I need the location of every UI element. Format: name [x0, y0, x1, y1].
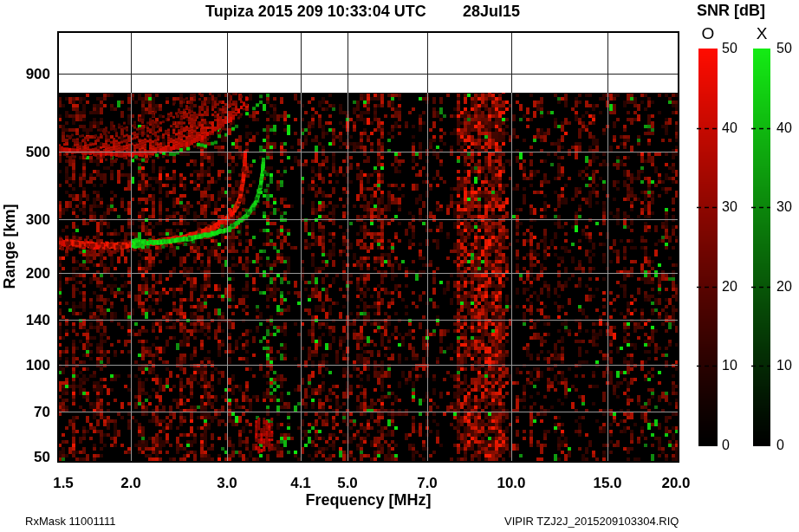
y-tick-label-200: 200 — [16, 265, 50, 282]
x-tick-label-10.0: 10.0 — [492, 475, 530, 492]
y-axis-label: Range [km] — [1, 211, 19, 289]
colorbar-x-tick-20: 20 — [776, 279, 799, 295]
x-tick-label-20.0: 20.0 — [657, 475, 695, 492]
colorbar-o-tick-0: 0 — [722, 438, 751, 453]
y-tick-label-70: 70 — [16, 404, 50, 421]
y-tick-label-140: 140 — [16, 312, 50, 329]
colorbar-o-mode-label: O — [698, 24, 718, 43]
colorbar-o-tick-40: 40 — [722, 120, 751, 136]
colorbar-x-tick-0: 0 — [776, 438, 799, 453]
colorbar-x-tick-50: 50 — [776, 41, 799, 56]
x-tick-label-15.0: 15.0 — [588, 475, 627, 492]
colorbar-o-tick-30: 30 — [722, 199, 751, 215]
y-tick-label-900: 900 — [16, 66, 50, 83]
colorbar-x-tick-10: 10 — [776, 358, 799, 373]
colorbar-o-tick-10: 10 — [722, 358, 751, 373]
x-tick-label-5.0: 5.0 — [328, 475, 367, 492]
x-tick-label-2.0: 2.0 — [112, 475, 150, 492]
ionogram-canvas — [0, 0, 799, 532]
colorbar-x-tick-40: 40 — [776, 120, 799, 136]
plot-title: Tupiza 2015 209 10:33:04 UTC — [205, 3, 426, 21]
colorbar-x-tick-30: 30 — [776, 199, 799, 215]
y-tick-label-500: 500 — [16, 144, 50, 161]
x-tick-label-3.0: 3.0 — [208, 475, 246, 492]
source-file-text: VIPIR TZJ2J_2015209103304.RIQ — [504, 515, 679, 528]
x-tick-label-1.5: 1.5 — [44, 475, 82, 492]
y-tick-label-100: 100 — [16, 357, 50, 374]
x-tick-label-7.0: 7.0 — [408, 475, 446, 492]
colorbar-x-mode-label: X — [753, 24, 770, 43]
x-tick-label-4.1: 4.1 — [282, 475, 320, 492]
ionogram-viewer: Tupiza 2015 209 10:33:04 UTC 28Jul15 SNR… — [0, 0, 799, 532]
plot-date: 28Jul15 — [463, 3, 520, 21]
colorbar-o-tick-20: 20 — [722, 279, 751, 295]
y-tick-label-300: 300 — [16, 211, 50, 229]
snr-legend-title: SNR [dB] — [697, 2, 765, 20]
colorbar-o-tick-50: 50 — [722, 41, 751, 56]
rx-mask-text: RxMask 11001111 — [25, 515, 116, 528]
x-axis-label: Frequency [MHz] — [282, 491, 455, 509]
y-tick-label-50: 50 — [16, 449, 50, 466]
